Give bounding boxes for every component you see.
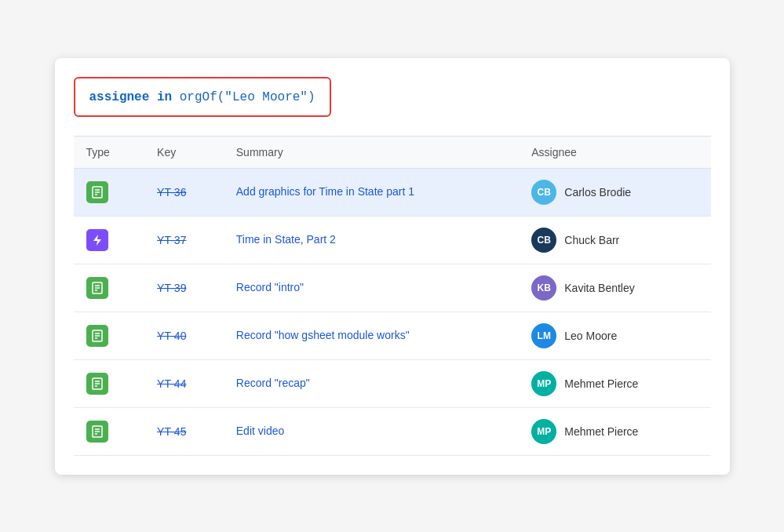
assignee-name: Kavita Bentley — [564, 282, 635, 294]
query-text: assignee in orgOf("Leo Moore") — [89, 90, 315, 104]
table-row: YT-36Add graphics for Time in State part… — [74, 168, 711, 216]
cell-type — [74, 359, 145, 407]
cell-assignee: MPMehmet Pierce — [519, 407, 710, 455]
assignee-name: Mehmet Pierce — [564, 377, 638, 390]
summary-link[interactable]: Record "intro" — [236, 281, 304, 293]
cell-assignee: CBCarlos Brodie — [519, 168, 710, 216]
cell-type — [74, 407, 145, 455]
summary-link[interactable]: Edit video — [236, 425, 284, 437]
cell-key[interactable]: YT-44 — [144, 359, 224, 407]
query-keyword-in: in — [157, 90, 172, 104]
cell-key[interactable]: YT-39 — [144, 264, 224, 312]
key-link[interactable]: YT-37 — [157, 234, 186, 246]
key-link[interactable]: YT-44 — [157, 377, 186, 390]
summary-link[interactable]: Time in State, Part 2 — [236, 233, 336, 246]
key-link[interactable]: YT-40 — [157, 330, 186, 342]
avatar: KB — [531, 275, 556, 301]
assignee-name: Mehmet Pierce — [564, 425, 638, 438]
table-row: YT-40Record "how gsheet module works"LML… — [74, 312, 711, 359]
table-row: YT-39Record "intro"KBKavita Bentley — [74, 264, 711, 312]
col-header-summary: Summary — [224, 137, 519, 169]
cell-summary[interactable]: Add graphics for Time in State part 1 — [224, 168, 519, 216]
assignee-cell: MPMehmet Pierce — [531, 371, 698, 396]
cell-type — [74, 312, 145, 359]
table-row: YT-44Record "recap"MPMehmet Pierce — [74, 359, 711, 407]
col-header-type: Type — [74, 137, 145, 169]
cell-assignee: KBKavita Bentley — [519, 264, 710, 312]
query-func: orgOf("Leo Moore") — [180, 90, 315, 104]
avatar: CB — [531, 228, 556, 253]
query-keyword-assignee: assignee — [89, 90, 150, 104]
cell-key[interactable]: YT-37 — [144, 216, 224, 264]
cell-assignee: MPMehmet Pierce — [519, 359, 710, 407]
assignee-name: Carlos Brodie — [564, 186, 631, 199]
assignee-cell: LMLeo Moore — [531, 323, 698, 348]
cell-type — [74, 264, 145, 312]
issues-table: Type Key Summary Assignee YT-36Add graph… — [74, 137, 711, 456]
assignee-name: Chuck Barr — [564, 234, 619, 246]
cell-summary[interactable]: Record "intro" — [224, 264, 519, 312]
cell-key[interactable]: YT-40 — [144, 312, 224, 359]
type-icon — [86, 229, 108, 251]
avatar: LM — [531, 323, 556, 348]
table-row: YT-45Edit videoMPMehmet Pierce — [74, 407, 711, 455]
summary-link[interactable]: Add graphics for Time in State part 1 — [236, 185, 414, 198]
key-link[interactable]: YT-45 — [157, 425, 186, 438]
type-icon — [86, 181, 108, 203]
key-link[interactable]: YT-39 — [157, 282, 186, 294]
cell-summary[interactable]: Time in State, Part 2 — [224, 216, 519, 264]
cell-assignee: LMLeo Moore — [519, 312, 710, 359]
header-row: Type Key Summary Assignee — [74, 137, 711, 169]
summary-link[interactable]: Record "recap" — [236, 377, 310, 389]
avatar: CB — [531, 180, 556, 205]
type-icon — [86, 373, 108, 395]
cell-key[interactable]: YT-36 — [144, 168, 224, 216]
cell-type — [74, 216, 145, 264]
assignee-cell: MPMehmet Pierce — [531, 419, 698, 444]
col-header-key: Key — [144, 137, 224, 169]
cell-summary[interactable]: Record "how gsheet module works" — [224, 312, 519, 359]
col-header-assignee: Assignee — [519, 137, 710, 169]
cell-summary[interactable]: Record "recap" — [224, 359, 519, 407]
assignee-name: Leo Moore — [564, 330, 617, 342]
assignee-cell: KBKavita Bentley — [531, 275, 698, 301]
main-card: assignee in orgOf("Leo Moore") Type Key … — [55, 58, 730, 475]
assignee-cell: CBCarlos Brodie — [531, 180, 698, 205]
cell-assignee: CBChuck Barr — [519, 216, 710, 264]
type-icon — [86, 421, 108, 443]
table-header: Type Key Summary Assignee — [74, 137, 711, 169]
type-icon — [86, 325, 108, 347]
table-body: YT-36Add graphics for Time in State part… — [74, 168, 711, 455]
type-icon — [86, 277, 108, 299]
key-link[interactable]: YT-36 — [157, 186, 186, 199]
cell-summary[interactable]: Edit video — [224, 407, 519, 455]
avatar: MP — [531, 419, 556, 444]
cell-type — [74, 168, 145, 216]
cell-key[interactable]: YT-45 — [144, 407, 224, 455]
query-box: assignee in orgOf("Leo Moore") — [74, 77, 331, 117]
summary-link[interactable]: Record "how gsheet module works" — [236, 329, 410, 341]
table-row: YT-37Time in State, Part 2CBChuck Barr — [74, 216, 711, 264]
avatar: MP — [531, 371, 556, 396]
assignee-cell: CBChuck Barr — [531, 228, 698, 253]
